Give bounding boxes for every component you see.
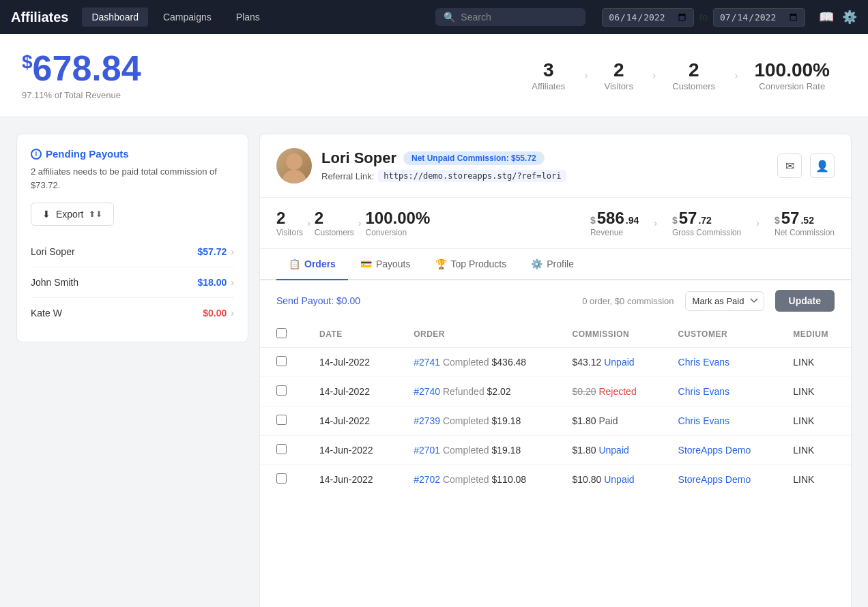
affiliates-stat: 3 Affiliates › xyxy=(515,59,588,91)
commission-cell: $0.20 Rejected xyxy=(556,377,662,406)
order-details: #2739 Completed $19.18 xyxy=(397,406,555,436)
row-checkbox-cell xyxy=(260,436,303,465)
visitors-label: Visitors xyxy=(605,81,633,91)
commission-amount: $10.80 xyxy=(573,474,602,485)
chevron-right-icon-3: › xyxy=(231,308,234,319)
row-checkbox-cell xyxy=(260,377,303,406)
table-row: 14-Jun-2022 #2701 Completed $19.18 $1.80… xyxy=(260,436,851,465)
net-commission-value: $ 57 .52 xyxy=(775,209,814,228)
revenue-amount: $678.84 xyxy=(22,50,141,86)
tab-profile[interactable]: ⚙️ Profile xyxy=(519,249,586,280)
commission-amount: $1.80 xyxy=(573,445,596,456)
profile-icon: ⚙️ xyxy=(531,258,542,269)
row-checkbox[interactable] xyxy=(276,444,287,454)
row-checkbox[interactable] xyxy=(276,415,287,425)
order-amount: $2.02 xyxy=(487,386,511,397)
select-all-checkbox[interactable] xyxy=(276,328,287,338)
customers-stat: 2 Customers › xyxy=(656,59,738,91)
affiliate-name-kate: Kate W xyxy=(31,308,62,319)
tab-top-products[interactable]: 🏆 Top Products xyxy=(423,249,519,280)
affiliate-row-lori[interactable]: Lori Soper $57.72 › xyxy=(31,237,234,267)
view-profile-button[interactable]: 👤 xyxy=(810,153,835,178)
affiliate-name-lori: Lori Soper xyxy=(31,246,75,257)
order-status: Completed xyxy=(443,474,489,485)
row-checkbox[interactable] xyxy=(276,356,287,366)
affiliate-row-john[interactable]: John Smith $18.00 › xyxy=(31,267,234,298)
svg-point-1 xyxy=(282,170,306,183)
update-button[interactable]: Update xyxy=(775,290,835,312)
mark-as-paid-select[interactable]: Mark as Paid xyxy=(685,291,764,311)
order-number-link[interactable]: #2702 xyxy=(414,474,440,485)
commission-amount: $1.80 xyxy=(573,415,596,426)
row-checkbox-cell xyxy=(260,465,303,494)
gross-commission-value: $ 57 .72 xyxy=(672,209,712,228)
date-separator: to xyxy=(699,12,708,23)
order-date: 14-Jul-2022 xyxy=(303,348,397,377)
metric-revenue: $ 586 .94 Revenue xyxy=(590,209,639,237)
customer-link[interactable]: Chris Evans xyxy=(678,357,729,368)
tabs-bar: 📋 Orders 💳 Payouts 🏆 Top Products ⚙️ Pro… xyxy=(260,249,851,280)
affiliates-count: 3 xyxy=(532,59,565,81)
info-icon: i xyxy=(31,149,42,160)
svg-point-0 xyxy=(286,153,302,170)
row-checkbox[interactable] xyxy=(276,473,287,484)
customer-cell: Chris Evans xyxy=(662,406,777,436)
customer-link[interactable]: StoreApps Demo xyxy=(678,474,751,485)
medium-cell: LINK xyxy=(777,348,851,377)
search-icon: 🔍 xyxy=(444,12,455,23)
metric-visitors: 2 Visitors xyxy=(276,209,303,237)
order-amount: $19.18 xyxy=(492,415,521,426)
chevron-right-icon: › xyxy=(231,246,234,257)
order-number-link[interactable]: #2741 xyxy=(414,357,440,368)
tab-payouts[interactable]: 💳 Payouts xyxy=(348,249,423,280)
date-from-input[interactable] xyxy=(602,8,694,27)
export-button[interactable]: ⬇ Export ⬆⬇ xyxy=(31,203,114,226)
tab-orders[interactable]: 📋 Orders xyxy=(276,249,348,280)
order-status: Completed xyxy=(443,445,489,456)
customer-cell: Chris Evans xyxy=(662,377,777,406)
customer-link[interactable]: StoreApps Demo xyxy=(678,445,751,456)
top-products-icon: 🏆 xyxy=(435,258,447,269)
order-details: #2701 Completed $19.18 xyxy=(397,436,555,465)
book-icon[interactable]: 📖 xyxy=(819,10,834,25)
table-row: 14-Jun-2022 #2702 Completed $110.08 $10.… xyxy=(260,465,851,494)
pending-payouts-box: i Pending Payouts 2 affiliates needs to … xyxy=(16,134,248,342)
commission-amount: $43.12 xyxy=(573,357,602,368)
send-payout-link[interactable]: Send Payout: $0.00 xyxy=(276,295,360,306)
affiliate-amount-kate: $0.00 xyxy=(203,308,227,319)
order-number-link[interactable]: #2739 xyxy=(414,415,440,426)
nav-campaigns[interactable]: Campaigns xyxy=(154,8,221,27)
row-checkbox-cell xyxy=(260,348,303,377)
row-checkbox[interactable] xyxy=(276,385,287,396)
nav-plans[interactable]: Plans xyxy=(227,8,270,27)
customer-link[interactable]: Chris Evans xyxy=(678,386,729,397)
date-to-input[interactable] xyxy=(713,8,805,27)
metric-arrow-2: › xyxy=(358,218,362,228)
send-email-button[interactable]: ✉ xyxy=(777,153,802,178)
order-number-link[interactable]: #2701 xyxy=(414,445,440,456)
order-number-link[interactable]: #2740 xyxy=(414,386,440,397)
chevron-right-icon-2: › xyxy=(231,277,234,288)
commission-status: Unpaid xyxy=(604,474,634,485)
settings-icon[interactable]: ⚙️ xyxy=(842,10,857,25)
search-input[interactable] xyxy=(461,12,577,23)
revenue-value: $ 586 .94 xyxy=(590,209,639,228)
customers-count: 2 xyxy=(672,59,715,81)
affiliate-row-kate[interactable]: Kate W $0.00 › xyxy=(31,298,234,328)
nav-dashboard[interactable]: Dashboard xyxy=(82,8,148,27)
referral-url[interactable]: https://demo.storeapps.stg/?ref=lori xyxy=(378,170,566,182)
affiliate-list: Lori Soper $57.72 › John Smith $18.00 › … xyxy=(31,237,234,328)
customer-link[interactable]: Chris Evans xyxy=(678,415,729,426)
visitors-stat: 2 Visitors › xyxy=(588,59,656,91)
th-order: ORDER xyxy=(397,321,555,348)
metric-conversion: 100.00% Conversion xyxy=(365,209,430,237)
metric-customers: 2 Customers xyxy=(315,209,354,237)
affiliate-amount-lori: $57.72 xyxy=(198,246,227,257)
order-status: Completed xyxy=(443,357,489,368)
order-date: 14-Jun-2022 xyxy=(303,436,397,465)
order-amount: $19.18 xyxy=(492,445,521,456)
topnav-icons: 📖 ⚙️ xyxy=(819,10,857,25)
commission-amount: $0.20 xyxy=(573,386,596,397)
order-details: #2741 Completed $436.48 xyxy=(397,348,555,377)
th-checkbox xyxy=(260,321,303,348)
